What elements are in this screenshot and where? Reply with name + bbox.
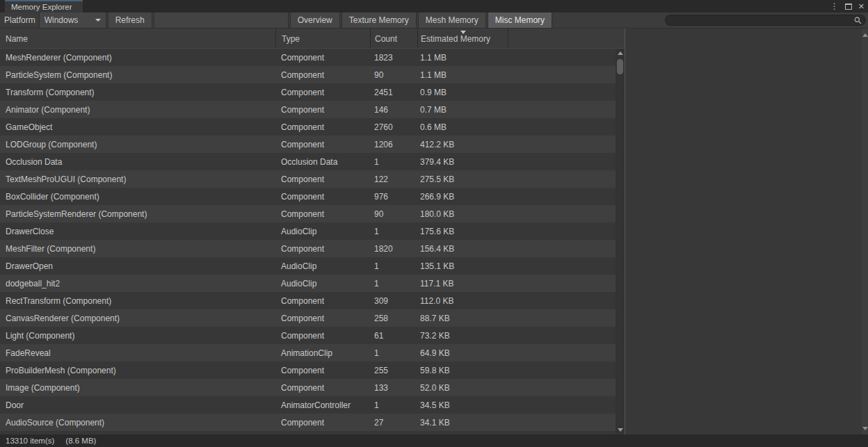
cell-count: 1 — [370, 153, 417, 170]
table-row[interactable]: BoxCollider (Component)Component976266.9… — [0, 188, 616, 205]
table-row[interactable]: FadeRevealAnimationClip164.9 KB — [0, 344, 616, 361]
table-row[interactable]: AudioSource (Component)Component2734.1 K… — [0, 414, 616, 431]
tab-memory-explorer[interactable]: Memory Explorer — [5, 0, 83, 13]
cell-count: 90 — [370, 205, 417, 222]
cell-memory: 1.1 MB — [417, 49, 508, 66]
table-rows: MeshRenderer (Component)Component18231.1… — [0, 49, 616, 434]
table-row[interactable]: TextMeshProUGUI (Component)Component1222… — [0, 170, 616, 188]
panel-scroll-up-icon[interactable] — [862, 33, 868, 37]
cell-count: 2760 — [370, 118, 417, 136]
panel-vertical-scrollbar[interactable] — [862, 29, 868, 434]
table-row[interactable]: Image (Component)Component13352.0 KB — [0, 379, 616, 396]
table-row[interactable]: DoorAnimatorController134.5 KB — [0, 396, 616, 414]
toolbar: Platform Windows Refresh Overview Textur… — [0, 13, 868, 29]
tab-texture-memory[interactable]: Texture Memory — [341, 13, 417, 28]
cell-type: Component — [275, 292, 370, 309]
cell-name: GameObject — [0, 118, 275, 136]
cell-type: Component — [275, 309, 370, 327]
cell-name: MeshRenderer (Component) — [0, 49, 275, 66]
cell-type: Component — [275, 188, 370, 205]
cell-type: Component — [275, 136, 370, 153]
cell-type: AudioClip — [275, 257, 370, 275]
cell-count: 27 — [370, 414, 417, 431]
table-row[interactable]: RectTransform (Component)Component309112… — [0, 292, 616, 309]
table-row[interactable]: Occlusion DataOcclusion Data1379.4 KB — [0, 153, 616, 170]
tab-mesh-memory-label: Mesh Memory — [426, 15, 479, 25]
cell-type: Component — [275, 414, 370, 431]
cell-name: Door — [0, 396, 275, 414]
search-input[interactable] — [665, 15, 866, 26]
column-header-estimated-memory[interactable]: Estimated Memory — [417, 29, 508, 48]
panel-scroll-down-icon[interactable] — [862, 427, 868, 430]
column-header-name[interactable]: Name — [0, 29, 275, 48]
cell-count: 1 — [370, 222, 417, 240]
cell-count: 1823 — [370, 49, 417, 66]
cell-memory: 34.5 KB — [417, 396, 508, 414]
column-header-type-label: Type — [282, 34, 300, 44]
cell-type: Component — [275, 118, 370, 136]
platform-dropdown[interactable]: Windows — [39, 13, 106, 28]
document-tab-strip: Memory Explorer ⋮ ✕ — [0, 0, 868, 13]
maximize-icon[interactable] — [845, 3, 852, 10]
cell-name: Occlusion Data — [0, 153, 275, 170]
cell-type: Component — [275, 66, 370, 83]
cell-memory: 175.6 KB — [417, 222, 508, 240]
cell-memory: 112.0 KB — [417, 292, 508, 309]
scrollbar-thumb[interactable] — [617, 59, 623, 74]
cell-count: 1 — [370, 396, 417, 414]
column-header-count[interactable]: Count — [370, 29, 417, 48]
table-row[interactable]: ProBuilderMesh (Component)Component25559… — [0, 361, 616, 379]
scroll-up-icon[interactable] — [618, 51, 623, 55]
cell-count: 1 — [370, 257, 417, 275]
table-row[interactable]: GameObjectComponent27600.6 MB — [0, 118, 616, 136]
cell-count: 255 — [370, 361, 417, 379]
table-row[interactable]: ParticleSystem (Component)Component901.1… — [0, 66, 616, 83]
cell-name: RectTransform (Component) — [0, 292, 275, 309]
tab-overview[interactable]: Overview — [290, 13, 340, 28]
table-vertical-scrollbar[interactable] — [616, 49, 625, 434]
cell-count: 90 — [370, 66, 417, 83]
item-count: 13310 item(s) — [6, 437, 54, 445]
menu-icon[interactable]: ⋮ — [830, 2, 839, 10]
cell-type: AudioClip — [275, 222, 370, 240]
table-row[interactable]: CanvasRenderer (Component)Component25888… — [0, 309, 616, 327]
table-row[interactable]: dodgeball_hit2AudioClip1117.1 KB — [0, 275, 616, 292]
cell-memory: 156.4 KB — [417, 240, 508, 257]
platform-dropdown-value: Windows — [45, 15, 79, 25]
cell-memory: 180.0 KB — [417, 205, 508, 222]
cell-type: Occlusion Data — [275, 153, 370, 170]
table-row[interactable]: Animator (Component)Component1460.7 MB — [0, 101, 616, 118]
cell-name: Light (Component) — [0, 327, 275, 344]
table-row[interactable]: MeshFilter (Component)Component1820156.4… — [0, 240, 616, 257]
table-row[interactable]: DrawerOpenAudioClip1135.1 KB — [0, 257, 616, 275]
table-row[interactable]: LODGroup (Component)Component1206412.2 K… — [0, 136, 616, 153]
cell-count: 133 — [370, 379, 417, 396]
cell-name: CanvasRenderer (Component) — [0, 309, 275, 327]
table-row[interactable]: Light (Component)Component6173.2 KB — [0, 327, 616, 344]
cell-type: Component — [275, 240, 370, 257]
cell-name: DrawerOpen — [0, 257, 275, 275]
close-icon[interactable]: ✕ — [858, 3, 865, 10]
cell-memory: 34.1 KB — [417, 414, 508, 431]
tab-mesh-memory[interactable]: Mesh Memory — [418, 13, 486, 28]
cell-memory: 73.2 KB — [417, 327, 508, 344]
memory-explorer-window: Memory Explorer ⋮ ✕ Platform Windows Ref… — [0, 0, 868, 447]
table-row[interactable]: DrawerCloseAudioClip1175.6 KB — [0, 222, 616, 240]
column-header-type[interactable]: Type — [275, 29, 370, 48]
cell-type: Component — [275, 327, 370, 344]
table-row[interactable]: MeshRenderer (Component)Component18231.1… — [0, 49, 616, 66]
tab-overview-label: Overview — [298, 15, 332, 25]
table-row[interactable]: ParticleSystemRenderer (Component)Compon… — [0, 205, 616, 222]
cell-count: 1 — [370, 275, 417, 292]
refresh-button[interactable]: Refresh — [108, 13, 152, 28]
table-header: Name Type Count Estimated Memory — [0, 29, 625, 49]
window-controls: ⋮ ✕ — [830, 0, 865, 13]
cell-memory: 266.9 KB — [417, 188, 508, 205]
tab-misc-memory[interactable]: Misc Memory — [488, 13, 552, 28]
cell-memory: 412.2 KB — [417, 136, 508, 153]
cell-count: 1206 — [370, 136, 417, 153]
table-row[interactable]: Transform (Component)Component24510.9 MB — [0, 83, 616, 101]
detail-panel — [625, 29, 868, 434]
scroll-down-icon[interactable] — [618, 428, 623, 432]
cell-memory: 117.1 KB — [417, 275, 508, 292]
